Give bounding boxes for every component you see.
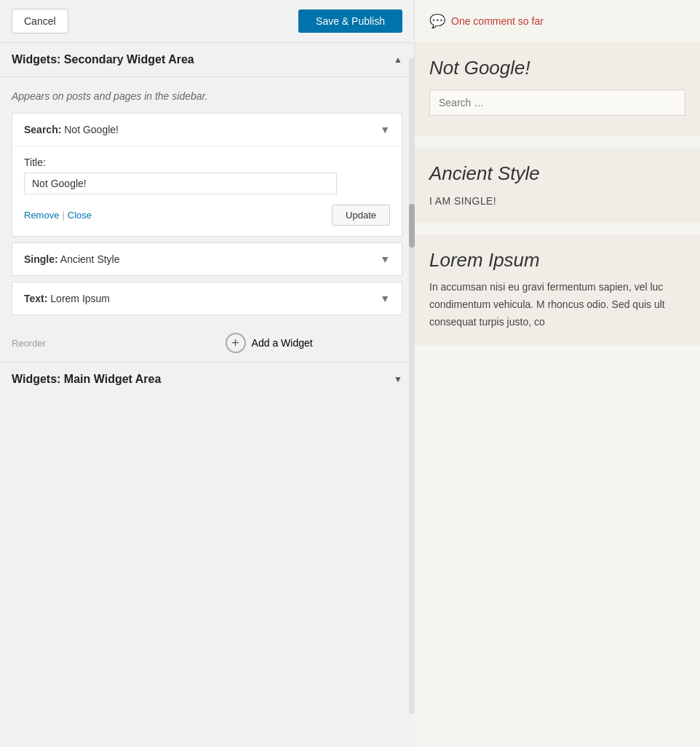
comment-banner: 💬 One comment so far — [415, 0, 700, 42]
update-button[interactable]: Update — [332, 205, 390, 226]
add-widget-label: Add a Widget — [252, 337, 313, 349]
comment-text: One comment so far — [451, 15, 544, 27]
scrollbar-track[interactable] — [409, 58, 415, 714]
single-widget-name: Ancient Style — [60, 253, 120, 265]
widgets-list: Search: Not Google! ▼ Title: Remove | Cl… — [0, 113, 414, 321]
search-widget-body: Title: Remove | Close Update — [12, 146, 402, 236]
search-widget-preview: Not Google! — [415, 42, 700, 136]
add-widget-button[interactable]: + Add a Widget — [226, 333, 313, 353]
text-widget-chevron: ▼ — [380, 293, 390, 304]
divider-1 — [415, 136, 700, 148]
search-widget-title: Search: Not Google! — [24, 124, 119, 135]
ancient-style-body: I AM SINGLE! — [429, 195, 685, 207]
scrollbar-thumb — [409, 204, 415, 248]
secondary-widget-area-header[interactable]: Widgets: Secondary Widget Area ▲ — [0, 43, 414, 77]
link-separator: | — [62, 210, 64, 221]
remove-link[interactable]: Remove — [24, 210, 59, 221]
ancient-style-preview: Ancient Style I AM SINGLE! — [415, 148, 700, 223]
main-widget-area-header[interactable]: Widgets: Main Widget Area ▼ — [0, 362, 414, 396]
text-widget: Text: Lorem Ipsum ▼ — [12, 282, 402, 315]
preview-panel: 💬 One comment so far Not Google! Ancient… — [415, 0, 700, 747]
text-widget-title: Text: Lorem Ipsum — [24, 293, 110, 304]
main-widget-area-title: Widgets: Main Widget Area — [12, 373, 161, 386]
text-widget-name: Lorem Ipsum — [50, 293, 110, 304]
widget-actions: Remove | Close Update — [24, 205, 390, 226]
search-widget-chevron: ▼ — [380, 124, 390, 135]
main-collapse-icon: ▼ — [394, 374, 402, 384]
lorem-ipsum-preview: Lorem Ipsum In accumsan nisi eu gravi fe… — [415, 234, 700, 345]
single-widget-type: Single: — [24, 253, 58, 265]
single-widget-chevron: ▼ — [380, 253, 390, 265]
cancel-button[interactable]: Cancel — [12, 9, 68, 33]
search-widget-name: Not Google! — [64, 124, 119, 135]
single-widget-title: Single: Ancient Style — [24, 253, 120, 265]
secondary-widget-area-description: Appears on posts and pages in the sideba… — [0, 77, 414, 113]
ancient-style-title: Ancient Style — [429, 162, 685, 185]
divider-2 — [415, 223, 700, 234]
close-link[interactable]: Close — [68, 210, 92, 221]
title-field-label: Title: — [24, 157, 390, 168]
single-widget-header[interactable]: Single: Ancient Style ▼ — [12, 243, 402, 275]
toolbar: Cancel Save & Publish — [0, 0, 414, 43]
text-widget-header[interactable]: Text: Lorem Ipsum ▼ — [12, 282, 402, 315]
save-publish-button[interactable]: Save & Publish — [298, 9, 402, 33]
add-icon: + — [226, 333, 246, 353]
search-preview-title: Not Google! — [429, 57, 685, 79]
reorder-link[interactable]: Reorder — [12, 338, 46, 349]
collapse-icon: ▲ — [394, 55, 402, 65]
widget-links: Remove | Close — [24, 210, 92, 221]
search-widget-header[interactable]: Search: Not Google! ▼ — [12, 114, 402, 146]
comment-icon: 💬 — [429, 13, 445, 29]
title-field-input[interactable] — [24, 173, 337, 194]
text-widget-type: Text: — [24, 293, 47, 304]
search-widget: Search: Not Google! ▼ Title: Remove | Cl… — [12, 113, 402, 237]
search-widget-type: Search: — [24, 124, 61, 135]
lorem-text: In accumsan nisi eu gravi fermentum sapi… — [429, 279, 685, 331]
add-widget-row: Reorder + Add a Widget — [0, 321, 414, 359]
single-widget: Single: Ancient Style ▼ — [12, 242, 402, 276]
secondary-widget-area-title: Widgets: Secondary Widget Area — [12, 53, 194, 66]
search-preview-input[interactable] — [429, 90, 685, 116]
lorem-title: Lorem Ipsum — [429, 249, 685, 272]
